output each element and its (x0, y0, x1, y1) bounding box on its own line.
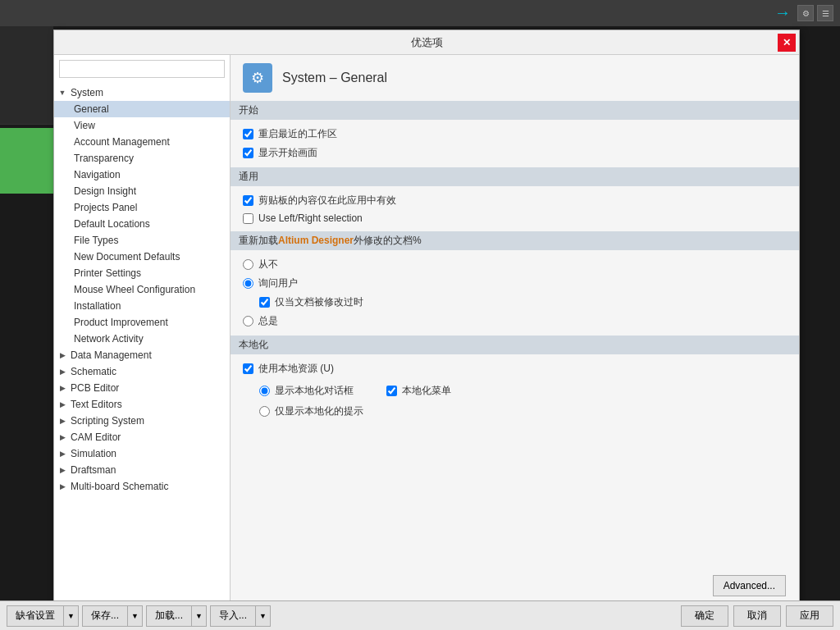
cancel-button[interactable]: 取消 (733, 605, 781, 627)
sidebar-item-account-management[interactable]: Account Management (54, 134, 230, 150)
reopen-workspace-checkbox[interactable] (243, 129, 253, 139)
show-localized-hints-radio[interactable] (259, 406, 270, 417)
expand-icon: ▶ (57, 449, 67, 459)
tree-group-multi-board-schematic[interactable]: ▶ Multi-board Schematic (54, 478, 230, 495)
import-btn-group: 导入... ▼ (210, 605, 271, 627)
tree-group-cam-editor[interactable]: ▶ CAM Editor (54, 429, 230, 445)
file-types-label: File Types (74, 235, 118, 246)
content-header: ⚙ System – General (231, 55, 799, 101)
import-button[interactable]: 导入... (210, 605, 256, 627)
show-localized-dialogs-label: 显示本地化对话框 (275, 384, 354, 398)
always-radio[interactable] (243, 316, 253, 326)
expand-icon: ▶ (57, 416, 67, 426)
sidebar-item-file-types[interactable]: File Types (54, 232, 230, 249)
sidebar-item-transparency[interactable]: Transparency (54, 150, 230, 167)
expand-icon: ▶ (57, 399, 67, 409)
save-button[interactable]: 保存... (82, 605, 128, 627)
arrow-indicator: → (774, 3, 791, 22)
sidebar-item-navigation[interactable]: Navigation (54, 167, 230, 183)
save-dropdown[interactable]: ▼ (128, 605, 143, 627)
mouse-wheel-configuration-label: Mouse Wheel Configuration (74, 284, 195, 295)
radio-never: 从不 (243, 255, 787, 274)
cam-editor-label: CAM Editor (71, 431, 121, 443)
tree-group-text-editors[interactable]: ▶ Text Editors (54, 396, 230, 413)
pcb-editor-label: PCB Editor (71, 382, 119, 394)
section-localization-body: 使用本地资源 (U) 显示本地化对话框 本地化菜单 仅显示本地化的提示 (231, 354, 799, 426)
dialog-body: ▼ System General View Account Management… (54, 55, 799, 603)
sidebar-item-general[interactable]: General (54, 101, 230, 117)
close-button[interactable]: ✕ (778, 34, 796, 52)
use-local-resources-checkbox[interactable] (243, 363, 253, 374)
defaults-dropdown[interactable]: ▼ (64, 605, 79, 627)
section-start-body: 重启最近的工作区 显示开始画面 (231, 120, 799, 167)
expand-icon: ▶ (57, 432, 67, 442)
sidebar-item-projects-panel[interactable]: Projects Panel (54, 199, 230, 216)
tree-panel: ▼ System General View Account Management… (54, 55, 231, 603)
data-management-label: Data Management (71, 349, 152, 361)
load-dropdown[interactable]: ▼ (192, 605, 207, 627)
ask-user-radio[interactable] (243, 278, 253, 289)
view-label: View (74, 120, 95, 131)
left-sidebar (0, 26, 53, 630)
only-when-modified-checkbox[interactable] (259, 297, 270, 308)
sidebar-item-design-insight[interactable]: Design Insight (54, 183, 230, 199)
localized-menu-checkbox[interactable] (386, 386, 397, 396)
preferences-dialog: 优选项 ✕ ▼ System General View (53, 30, 800, 604)
projects-panel-label: Projects Panel (74, 202, 137, 213)
scripting-system-label: Scripting System (71, 415, 144, 427)
sidebar-item-view[interactable]: View (54, 117, 230, 134)
left-right-selection-checkbox[interactable] (243, 213, 253, 224)
radio-ask-user: 询问用户 (243, 274, 787, 293)
sidebar-item-new-document-defaults[interactable]: New Document Defaults (54, 249, 230, 265)
sidebar-item-installation[interactable]: Installation (54, 298, 230, 314)
sidebar-item-product-improvement[interactable]: Product Improvement (54, 314, 230, 331)
account-management-label: Account Management (74, 136, 170, 148)
tree-group-draftsman[interactable]: ▶ Draftsman (54, 462, 230, 478)
tree-group-system[interactable]: ▼ System (54, 84, 230, 101)
clipboard-local-checkbox[interactable] (243, 195, 253, 206)
dialog-titlebar: 优选项 ✕ (54, 30, 799, 55)
schematic-label: Schematic (71, 366, 116, 377)
never-radio[interactable] (243, 259, 253, 270)
system-label: System (71, 87, 103, 98)
sidebar-item-mouse-wheel-configuration[interactable]: Mouse Wheel Configuration (54, 281, 230, 298)
localized-menu-label: 本地化菜单 (402, 384, 451, 398)
advanced-button[interactable]: Advanced... (713, 575, 786, 596)
search-input[interactable] (59, 60, 225, 78)
draftsman-label: Draftsman (71, 464, 116, 476)
sidebar-item-network-activity[interactable]: Network Activity (54, 331, 230, 347)
tree-group-pcb-editor[interactable]: ▶ PCB Editor (54, 380, 230, 396)
apply-button[interactable]: 应用 (786, 605, 833, 627)
import-dropdown[interactable]: ▼ (256, 605, 271, 627)
defaults-button[interactable]: 缺省设置 (7, 605, 64, 627)
ask-user-label: 询问用户 (258, 276, 298, 290)
tree-group-data-management[interactable]: ▶ Data Management (54, 347, 230, 363)
gear-icon[interactable]: ⚙ (797, 5, 814, 21)
load-button[interactable]: 加载... (146, 605, 192, 627)
transparency-label: Transparency (74, 153, 134, 164)
ok-button[interactable]: 确定 (681, 605, 728, 627)
expand-icon: ▶ (57, 367, 67, 377)
header-icon-symbol: ⚙ (251, 69, 264, 87)
sidebar-item-default-locations[interactable]: Default Locations (54, 216, 230, 232)
tree-content: ▼ System General View Account Management… (54, 83, 230, 603)
new-document-defaults-label: New Document Defaults (74, 251, 180, 262)
always-label: 总是 (258, 314, 278, 328)
show-start-screen-label: 显示开始画面 (258, 146, 317, 160)
show-start-screen-checkbox[interactable] (243, 148, 253, 158)
sidebar-item-printer-settings[interactable]: Printer Settings (54, 265, 230, 281)
installation-label: Installation (74, 300, 121, 312)
reload-suffix: 外修改的文档% (354, 235, 422, 246)
printer-settings-label: Printer Settings (74, 267, 141, 279)
checkbox-localized-menu: 本地化菜单 (386, 381, 451, 400)
tree-group-schematic[interactable]: ▶ Schematic (54, 363, 230, 380)
design-insight-label: Design Insight (74, 185, 136, 197)
localization-row1: 显示本地化对话框 本地化菜单 (243, 378, 787, 402)
default-locations-label: Default Locations (74, 218, 150, 230)
tree-group-scripting-system[interactable]: ▶ Scripting System (54, 413, 230, 429)
menu-icon[interactable]: ☰ (817, 5, 833, 21)
show-localized-dialogs-radio[interactable] (259, 386, 270, 396)
load-btn-group: 加载... ▼ (146, 605, 207, 627)
tree-group-simulation[interactable]: ▶ Simulation (54, 445, 230, 462)
clipboard-local-label: 剪贴板的内容仅在此应用中有效 (258, 194, 396, 208)
